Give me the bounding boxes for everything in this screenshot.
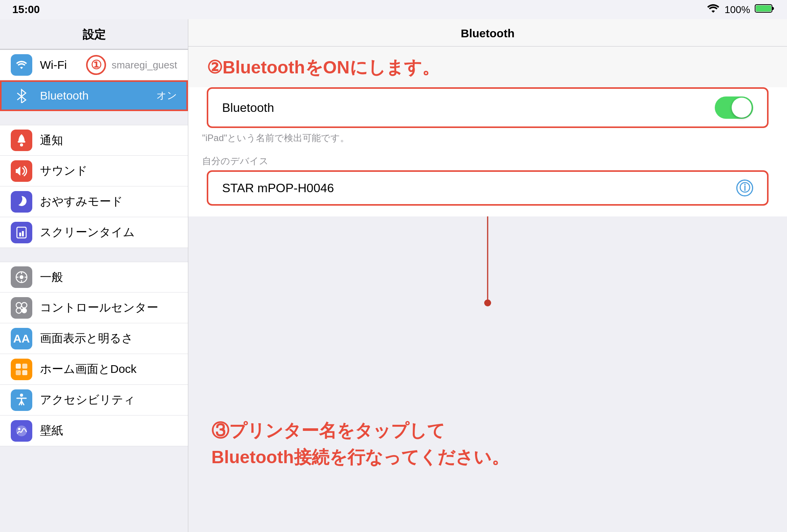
svg-point-18 [22, 308, 27, 313]
svg-line-3 [17, 96, 22, 100]
wifi-step-number: ① [86, 55, 106, 75]
device-section: STAR mPOP-H0046 ⓘ [188, 170, 787, 216]
svg-rect-6 [17, 227, 26, 238]
sound-icon [11, 160, 32, 182]
bluetooth-toggle[interactable] [715, 96, 753, 119]
accessibility-label: アクセシビリティ [40, 392, 177, 408]
status-icons: 100% [706, 3, 775, 16]
donotdisturb-icon [11, 191, 32, 213]
settings-group-1: Wi-Fi ① smaregi_guest Bluetooth オン [0, 50, 188, 111]
svg-rect-4 [18, 141, 25, 143]
device-info-icon[interactable]: ⓘ [736, 180, 753, 196]
home-label: ホーム画面とDock [40, 361, 177, 377]
sidebar-item-wallpaper[interactable]: 壁紙 [0, 416, 188, 446]
display-icon: AA [11, 328, 32, 349]
wallpaper-label: 壁紙 [40, 423, 177, 439]
annotation-area: ③プリンター名をタップして Bluetooth接続を行なってください。 [188, 216, 787, 532]
svg-point-23 [20, 394, 23, 397]
settings-group-3: 一般 コントロールセンター AA 画面表示と明るさ [0, 262, 188, 446]
controlcenter-label: コントロールセンター [40, 300, 177, 316]
annotation-line [487, 216, 488, 301]
wifi-label: Wi-Fi [40, 58, 86, 71]
svg-point-10 [20, 275, 23, 279]
notification-icon [11, 130, 32, 151]
content-panel: Bluetooth ②BluetoothをONにします。 Bluetooth "… [188, 19, 787, 532]
instruction-2-line2: Bluetooth接続を行なってください。 [211, 444, 509, 470]
my-devices-label: 自分のデバイス [188, 144, 787, 170]
general-label: 一般 [40, 269, 177, 285]
svg-point-25 [18, 428, 20, 430]
svg-rect-20 [22, 363, 27, 368]
svg-line-2 [17, 93, 22, 96]
sidebar-item-display[interactable]: AA 画面表示と明るさ [0, 323, 188, 354]
sidebar-item-donotdisturb[interactable]: おやすみモード [0, 186, 188, 217]
svg-rect-7 [19, 233, 21, 236]
svg-rect-8 [22, 231, 24, 236]
content-title: Bluetooth [188, 19, 787, 47]
battery-icon [755, 3, 775, 16]
svg-point-24 [16, 426, 27, 436]
controlcenter-icon [11, 297, 32, 319]
battery-percentage: 100% [725, 4, 750, 16]
wifi-network-name: smaregi_guest [111, 59, 177, 71]
bluetooth-label: Bluetooth [40, 89, 156, 102]
svg-rect-21 [16, 370, 21, 375]
toggle-knob [732, 98, 752, 118]
sidebar-item-accessibility[interactable]: アクセシビリティ [0, 385, 188, 416]
sidebar-item-screentime[interactable]: スクリーンタイム [0, 217, 188, 248]
sidebar-item-general[interactable]: 一般 [0, 262, 188, 293]
svg-rect-1 [756, 5, 771, 12]
sidebar-item-home[interactable]: ホーム画面とDock [0, 354, 188, 385]
bluetooth-status-badge: オン [156, 89, 177, 102]
group-separator-1 [0, 111, 188, 125]
annotation-dot [484, 299, 491, 306]
svg-point-16 [22, 303, 27, 308]
svg-point-15 [16, 303, 22, 308]
general-icon [11, 266, 32, 288]
sidebar-item-sound[interactable]: サウンド [0, 156, 188, 186]
device-row[interactable]: STAR mPOP-H0046 ⓘ [207, 170, 769, 206]
sound-label: サウンド [40, 163, 177, 179]
main-layout: 設定 Wi-Fi ① smaregi_guest [0, 19, 787, 532]
status-bar: 15:00 100% [0, 0, 787, 19]
bluetooth-toggle-row: Bluetooth [207, 87, 769, 128]
sidebar-item-notification[interactable]: 通知 [0, 125, 188, 156]
status-time: 15:00 [12, 3, 40, 16]
sidebar-item-bluetooth[interactable]: Bluetooth オン [0, 80, 188, 111]
accessibility-icon [11, 389, 32, 411]
display-label: 画面表示と明るさ [40, 331, 177, 346]
device-name: STAR mPOP-H0046 [222, 181, 736, 195]
sidebar-title: 設定 [0, 19, 188, 49]
svg-point-5 [20, 143, 23, 146]
content-white-section: ②BluetoothをONにします。 Bluetooth "iPad"という名前… [188, 47, 787, 216]
donotdisturb-label: おやすみモード [40, 194, 177, 209]
screentime-icon [11, 222, 32, 243]
ipad-detectable-text: "iPad"という名前で検出可能です。 [188, 128, 787, 144]
instruction-2-line1: ③プリンター名をタップして [211, 417, 509, 444]
bluetooth-icon [11, 85, 32, 106]
notification-label: 通知 [40, 133, 177, 148]
sidebar-item-wifi[interactable]: Wi-Fi ① smaregi_guest [0, 50, 188, 80]
bluetooth-toggle-section: Bluetooth [188, 87, 787, 128]
sidebar-item-controlcenter[interactable]: コントロールセンター [0, 293, 188, 323]
instruction-2: ③プリンター名をタップして Bluetooth接続を行なってください。 [211, 417, 509, 470]
wifi-status-icon [706, 3, 720, 16]
svg-rect-19 [16, 363, 21, 368]
wallpaper-icon [11, 420, 32, 442]
bluetooth-toggle-label: Bluetooth [222, 101, 715, 115]
svg-rect-22 [22, 370, 27, 375]
settings-group-2: 通知 サウンド おやすみモード [0, 125, 188, 248]
instruction-1: ②BluetoothをONにします。 [188, 47, 787, 87]
home-icon [11, 359, 32, 380]
wifi-icon [11, 54, 32, 76]
screentime-label: スクリーンタイム [40, 224, 177, 240]
svg-point-17 [16, 308, 22, 313]
group-separator-2 [0, 248, 188, 262]
sidebar: 設定 Wi-Fi ① smaregi_guest [0, 19, 188, 532]
